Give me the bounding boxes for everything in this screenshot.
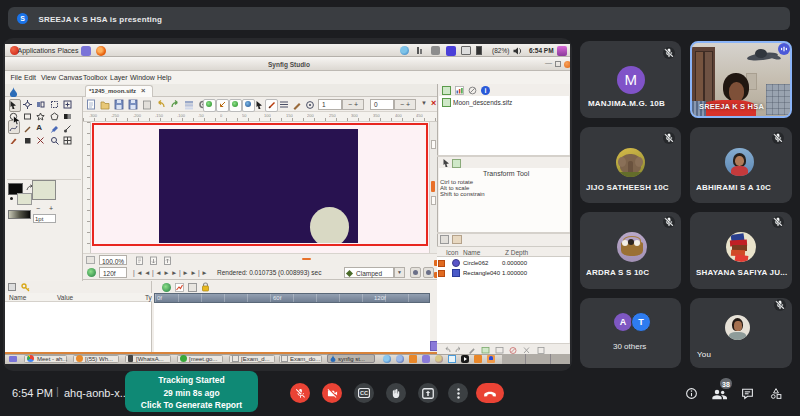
svg-text:CC: CC: [360, 390, 368, 396]
svg-text:38: 38: [722, 380, 730, 387]
